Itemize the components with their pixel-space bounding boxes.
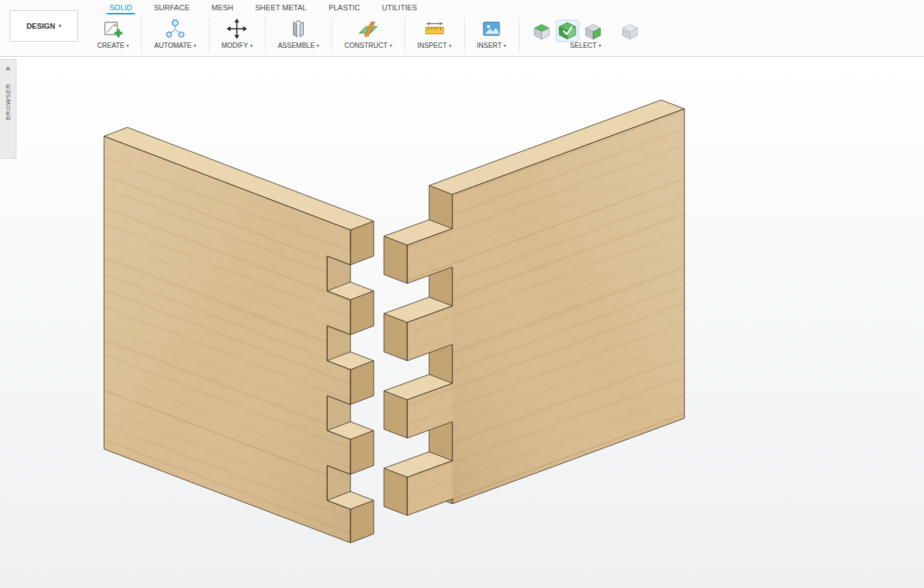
viewport-svg[interactable] — [0, 57, 924, 588]
toolbar-group-construct[interactable]: CONSTRUCT▾ — [332, 14, 404, 56]
chevron-down-icon: ▾ — [389, 43, 392, 49]
chevron-down-icon: ▾ — [449, 43, 452, 49]
chevron-down-icon: ▾ — [504, 43, 506, 49]
toolbar-group-assemble[interactable]: ASSEMBLE▾ — [266, 14, 331, 56]
chevron-down-icon: ▾ — [194, 43, 196, 49]
chevron-down-icon: ▾ — [127, 43, 129, 49]
browser-panel-collapsed[interactable]: » BROWSER — [0, 59, 16, 159]
toolbar-group-select: SELECT▾ — [519, 14, 652, 56]
cube-green-check-icon[interactable] — [556, 21, 578, 41]
cube-gray-icon[interactable] — [620, 23, 640, 41]
toolbar-groups-row: CREATE▾ AUTOMATE▾ — [85, 14, 924, 56]
measure-ruler-icon — [424, 16, 446, 41]
group-label-create: CREATE — [97, 42, 125, 49]
select-dropdown[interactable]: SELECT▾ — [570, 42, 601, 49]
tab-sheet-metal[interactable]: SHEET METAL — [244, 1, 318, 14]
toolbar-group-insert[interactable]: INSERT▾ — [465, 14, 519, 56]
tab-plastic[interactable]: PLASTIC — [318, 1, 371, 14]
right-board[interactable] — [373, 100, 695, 587]
group-label-insert: INSERT — [477, 42, 502, 49]
toolbar: DESIGN ▾ SOLID SURFACE MESH SHEET METAL … — [0, 0, 924, 57]
tab-solid[interactable]: SOLID — [99, 1, 143, 14]
group-label-automate: AUTOMATE — [154, 42, 192, 49]
tab-mesh[interactable]: MESH — [201, 1, 244, 14]
toolbar-group-automate[interactable]: AUTOMATE▾ — [142, 14, 208, 56]
tab-utilities[interactable]: UTILITIES — [371, 1, 428, 14]
toolbar-group-modify[interactable]: MODIFY▾ — [209, 14, 265, 56]
toolbar-group-inspect[interactable]: INSPECT▾ — [405, 14, 464, 56]
select-tools-row — [532, 16, 640, 41]
tab-bar: SOLID SURFACE MESH SHEET METAL PLASTIC U… — [85, 0, 924, 14]
group-label-select: SELECT — [570, 42, 597, 49]
group-label-modify: MODIFY — [222, 42, 248, 49]
tab-surface[interactable]: SURFACE — [143, 1, 201, 14]
chevron-down-icon: ▾ — [317, 43, 320, 49]
browser-panel-label: BROWSER — [5, 84, 12, 120]
ribbon: SOLID SURFACE MESH SHEET METAL PLASTIC U… — [85, 0, 924, 56]
viewport-canvas[interactable] — [0, 57, 924, 588]
group-label-assemble: ASSEMBLE — [278, 42, 315, 49]
toolbar-group-create[interactable]: CREATE▾ — [85, 14, 141, 56]
group-label-inspect: INSPECT — [418, 42, 447, 49]
move-arrows-icon — [226, 16, 248, 41]
expand-panel-icon: » — [5, 64, 10, 73]
workspace-label: DESIGN — [27, 22, 55, 30]
group-label-construct: CONSTRUCT — [344, 42, 387, 49]
automate-nodes-icon — [164, 16, 186, 41]
construct-planes-icon — [357, 16, 379, 41]
create-sketch-icon — [102, 16, 124, 41]
left-board[interactable] — [89, 127, 397, 551]
assemble-joint-icon — [287, 16, 309, 41]
insert-image-icon — [480, 16, 502, 41]
workspace-switcher-button[interactable]: DESIGN ▾ — [10, 10, 78, 42]
cube-right-green-icon[interactable] — [583, 23, 603, 41]
cube-top-green-icon[interactable] — [532, 23, 552, 41]
chevron-down-icon: ▾ — [59, 23, 62, 29]
chevron-down-icon: ▾ — [250, 43, 253, 49]
chevron-down-icon: ▾ — [599, 43, 602, 49]
